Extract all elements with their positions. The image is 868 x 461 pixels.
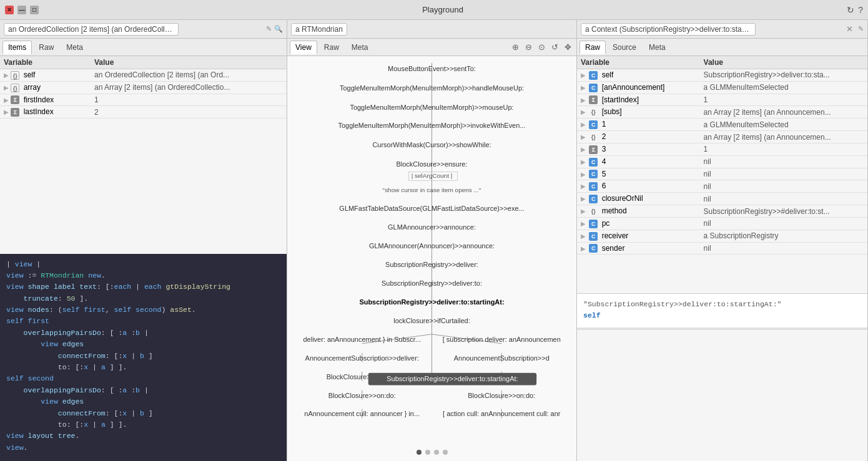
table-row[interactable]: ▶ C sender nil [577, 242, 867, 255]
expand-icon[interactable]: ▶ [581, 121, 586, 128]
graph-node-1[interactable]: ToggleMenuItemMorph(MenuItemMorph)>>hand… [340, 84, 524, 92]
tab-source-right[interactable]: Source [607, 41, 642, 54]
code-editor[interactable]: | view | view := RTMondrian new. view sh… [0, 254, 287, 462]
panel-mid-title[interactable]: a RTMondrian [291, 23, 347, 36]
table-row[interactable]: ▶ {} method SubscriptionRegistry>>#deliv… [577, 205, 867, 218]
graph-node-right-1[interactable]: [ subscription deliver: anAnnouncemen [443, 336, 561, 343]
scrollbar-right[interactable] [577, 328, 867, 330]
graph-node-3[interactable]: ToggleMenuItemMorph(MenuItemMorph)>>invo… [338, 122, 526, 129]
fit-icon[interactable]: ⊙ [536, 41, 548, 53]
panel-right-close-icon[interactable]: ✕ [846, 24, 853, 34]
expand-icon[interactable]: ▶ [581, 183, 586, 190]
table-row[interactable]: ▶ {} [subs] an Array [2 items] (an Annou… [577, 106, 867, 119]
graph-node-9[interactable]: SubscriptionRegistry>>deliver: [385, 261, 478, 268]
table-row[interactable]: ▶ C pc nil [577, 217, 867, 230]
tab-meta-mid[interactable]: Meta [346, 41, 374, 54]
type-icon: C [589, 158, 598, 167]
table-row[interactable]: ▶ C 5 nil [577, 168, 867, 180]
zoom-out-icon[interactable]: ⊖ [523, 41, 535, 53]
graph-node-11[interactable]: SubscriptionRegistry>>deliver:to:startin… [359, 298, 504, 306]
type-icon: {} [11, 71, 19, 80]
table-row[interactable]: ▶ C closureOrNil nil [577, 193, 867, 205]
table-row[interactable]: ▶ {} self an OrderedCollection [2 items]… [0, 69, 287, 82]
table-row[interactable]: ▶ Σ [startIndex] 1 [577, 94, 867, 106]
dot-2[interactable] [425, 450, 430, 455]
graph-node-selarg: | selArgCount | [412, 172, 453, 179]
graph-node-5[interactable]: BlockClosure>>ensure: [396, 160, 467, 168]
expand-icon[interactable]: ▶ [581, 158, 586, 165]
expand-icon[interactable]: ▶ [4, 109, 9, 115]
table-row[interactable]: ▶ C [anAnnouncement] a GLMMenuItemSelect… [577, 81, 867, 94]
dot-1[interactable] [417, 450, 422, 455]
graph-node-2[interactable]: ToggleMenuItemMorph(MenuItemMorph)>>mous… [350, 104, 513, 111]
graph-node-left-2[interactable]: AnnouncementSubscription>>deliver: [305, 354, 419, 362]
expand-icon[interactable]: ▶ [581, 195, 586, 202]
titlebar-controls[interactable]: ✕ — □ [5, 6, 39, 14]
expand-icon[interactable]: ▶ [581, 233, 586, 240]
expand-icon[interactable]: ▶ [581, 208, 586, 215]
table-row[interactable]: ▶ C 4 nil [577, 155, 867, 168]
expand-icon[interactable]: ▶ [581, 133, 586, 140]
graph-node-8[interactable]: GLMAnnouncer(Announcer)>>announce: [369, 242, 495, 250]
graph-node-right-5[interactable]: [ action cull: anAnnouncement cull: anr [443, 410, 561, 417]
table-row[interactable]: ▶ Σ 3 1 [577, 143, 867, 155]
graph-node-0[interactable]: MouseButtonEvent>>sentTo: [388, 65, 476, 72]
tab-items[interactable]: Items [2, 41, 32, 54]
expand-icon[interactable]: ▶ [581, 97, 586, 104]
expand-icon[interactable]: ▶ [581, 84, 586, 91]
expand-icon[interactable]: ▶ [4, 97, 9, 104]
tab-raw-left[interactable]: Raw [33, 41, 59, 54]
table-row[interactable]: ▶ Σ lastIndex 2 [0, 106, 287, 119]
expand-icon[interactable]: ▶ [4, 72, 9, 79]
zoom-in-icon[interactable]: ⊕ [510, 41, 521, 53]
panel-right-edit-icon[interactable]: ✎ [858, 25, 864, 33]
graph-node-7[interactable]: GLMAnnouncer>>announce: [388, 223, 476, 231]
expand-icon[interactable]: ▶ [581, 109, 586, 115]
tab-raw-mid[interactable]: Raw [318, 41, 345, 54]
maximize-button[interactable]: □ [30, 6, 39, 14]
table-row[interactable]: ▶ C 6 nil [577, 180, 867, 193]
graph-node-right-4[interactable]: BlockClosure>>on:do: [468, 392, 535, 399]
move-icon[interactable]: ✥ [562, 41, 574, 53]
panel-left-title[interactable]: an OrderedCollection [2 items] (an Order… [4, 23, 179, 36]
expand-icon[interactable]: ▶ [581, 245, 586, 252]
graph-node-10[interactable]: SubscriptionRegistry>>deliver:to: [382, 279, 482, 287]
graph-node-right-2[interactable]: AnnouncementSubscription>>d [454, 354, 550, 362]
graph-node-left-5[interactable]: nAnnouncement cull: announcer } in... [304, 410, 420, 417]
dot-4[interactable] [443, 450, 448, 455]
table-row[interactable]: ▶ {} 2 an Array [2 items] (an Announceme… [577, 131, 867, 143]
tab-raw-right[interactable]: Raw [579, 41, 606, 54]
table-row[interactable]: ▶ C 1 a GLMMenuItemSelected [577, 119, 867, 131]
table-row[interactable]: ▶ C self SubscriptionRegistry>>deliver:t… [577, 69, 867, 82]
tab-meta-right[interactable]: Meta [643, 41, 671, 54]
expand-icon[interactable]: ▶ [581, 146, 586, 153]
expand-icon[interactable]: ▶ [581, 220, 586, 227]
minimize-button[interactable]: — [17, 6, 26, 14]
close-button[interactable]: ✕ [5, 6, 14, 14]
table-row[interactable]: ▶ {} array an Array [2 items] (an Ordere… [0, 81, 287, 94]
graph-node-left-4[interactable]: BlockClosure>>on:do: [328, 392, 396, 399]
table-row[interactable]: ▶ C receiver a SubscriptionRegistry [577, 230, 867, 242]
type-icon: C [589, 195, 598, 203]
search-icon[interactable]: 🔍 [274, 25, 283, 33]
edit-icon[interactable]: ✎ [266, 25, 272, 33]
graph-node-6[interactable]: GLMFastTableDataSource(GLMFastListDataSo… [339, 205, 524, 212]
var-name: array [24, 83, 41, 92]
graph-node-12[interactable]: lockClosure>>ifCurtailed: [393, 317, 470, 324]
refresh-icon[interactable]: ↻ [847, 5, 854, 15]
var-value: a GLMMenuItemSelected [700, 119, 867, 131]
expand-icon[interactable]: ▶ [581, 72, 586, 79]
var-name: self [602, 70, 614, 79]
help-icon[interactable]: ? [858, 5, 863, 15]
var-value: 1 [700, 143, 867, 155]
tab-meta-left[interactable]: Meta [61, 41, 89, 54]
tab-view[interactable]: View [290, 41, 317, 54]
panel-right-title[interactable]: a Context (SubscriptionRegistry>>deliver… [581, 23, 756, 36]
dot-3[interactable] [434, 450, 439, 455]
expand-icon[interactable]: ▶ [4, 84, 9, 91]
graph-node-4[interactable]: CursorWithMask(Cursor)>>showWhile: [372, 141, 491, 148]
expand-icon[interactable]: ▶ [581, 171, 586, 178]
graph-node-left-1[interactable]: deliver: anAnnouncement } in Subscr... [303, 336, 421, 343]
table-row[interactable]: ▶ Σ firstIndex 1 [0, 94, 287, 106]
refresh-graph-icon[interactable]: ↺ [549, 41, 561, 53]
